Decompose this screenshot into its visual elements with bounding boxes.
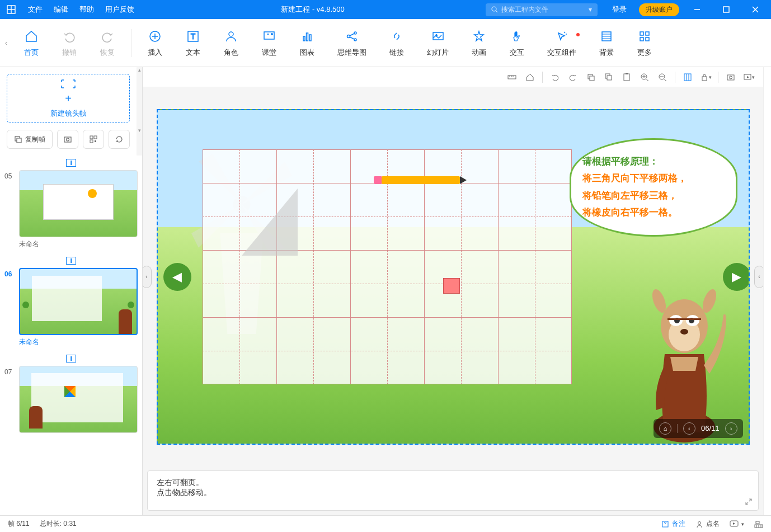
svg-rect-44 [90,140,93,143]
counter-prev-button[interactable]: ‹ [683,422,695,435]
text-icon: T [185,29,201,44]
menu-feedback[interactable]: 用户反馈 [100,4,140,15]
new-frame-button[interactable]: + 新建镜头帧 [7,74,130,123]
menu-edit[interactable]: 编辑 [48,4,74,15]
ribbon-animation[interactable]: 动画 [460,29,498,58]
play-screen-icon [730,520,739,528]
lock-tool[interactable]: ▾ [698,69,713,85]
canvas-viewport[interactable]: ‹ 请根据平移原理： 将三角尺向下平移两格， 将铅笔向左平移三格， [143,87,763,466]
menu-help[interactable]: 帮助 [74,4,100,15]
counter-next-button[interactable]: › [725,422,737,435]
remark-button[interactable]: 备注 [661,519,685,529]
left-scroll-indicator[interactable]: ▴ ▾ [137,67,142,156]
copy-frame-button[interactable]: 复制帧 [7,130,53,149]
grid-icon [637,29,652,44]
copy-tool[interactable] [601,69,617,85]
thumbnail-list[interactable]: 05 未命名 06 未命名 07 [0,156,142,515]
triangle-ruler-object[interactable] [242,189,298,256]
frame-separator[interactable] [4,351,138,366]
ribbon-home[interactable]: 首页 [12,29,50,58]
counter-home-icon[interactable]: ⌂ [659,422,671,435]
camera-button[interactable] [57,130,78,149]
ribbon-interact[interactable]: 交互 [498,29,536,58]
svg-rect-67 [727,75,734,80]
ribbon-background[interactable]: 背景 [587,29,626,58]
ribbon-insert[interactable]: 插入 [136,29,174,58]
thumbnail-05[interactable] [19,170,138,237]
hand-icon [509,29,525,44]
prev-slide-button[interactable]: ◀ [163,263,191,291]
cursor-sparkle-icon [554,29,570,44]
qr-button[interactable] [83,130,104,149]
svg-line-59 [646,79,648,81]
paste-tool[interactable] [619,69,634,85]
svg-rect-63 [684,74,691,81]
menu-file[interactable]: 文件 [22,4,48,15]
ribbon-widget[interactable]: 交互组件 [536,29,587,58]
collapse-right-handle[interactable]: ‹ [754,266,763,288]
window-title: 新建工程 - v4.8.500 [140,4,486,15]
svg-rect-43 [94,136,97,139]
maximize-button[interactable] [715,0,737,19]
pattern-icon [599,29,614,44]
thumbnail-07[interactable] [19,366,138,433]
ribbon-more[interactable]: 更多 [626,29,664,58]
ribbon-nav-back[interactable]: ‹ [0,19,12,67]
svg-text:T: T [191,32,196,41]
ribbon-text[interactable]: T 文本 [174,29,212,58]
thumbnail-06[interactable] [19,268,138,335]
ribbon-role[interactable]: 角色 [212,29,250,58]
timeline-button[interactable] [754,520,763,528]
ribbon-class[interactable]: 课堂 [250,29,288,58]
frame-separator[interactable] [4,253,138,268]
svg-rect-42 [90,136,93,139]
frame-separator[interactable] [4,156,138,170]
svg-rect-26 [433,32,443,40]
ribbon-mindmap[interactable]: 思维导图 [326,29,378,58]
zoom-out-tool[interactable] [655,69,670,85]
undo-tool[interactable] [547,69,563,85]
snapshot-tool[interactable] [723,69,739,85]
cut-tool[interactable] [583,69,599,85]
svg-point-79 [680,329,688,335]
preview-tool[interactable]: ▾ [741,69,756,85]
svg-rect-35 [646,32,649,35]
ribbon-link[interactable]: 链接 [378,29,416,58]
rollcall-button[interactable]: 点名 [695,519,720,529]
notes-panel[interactable]: 左右可翻页。 点击物品移动。 [147,470,759,511]
svg-point-14 [229,32,233,36]
ribbon-undo[interactable]: 撤销 [50,29,88,58]
qr-icon [89,135,98,144]
login-button[interactable]: 登录 [607,4,632,15]
person-icon [223,29,239,44]
upgrade-button[interactable]: 升级账户 [639,3,679,16]
ruler-tool[interactable] [504,69,520,85]
right-panel-collapsed[interactable] [763,67,771,515]
ribbon-slide[interactable]: 幻灯片 [416,29,460,58]
svg-line-4 [496,11,497,12]
pencil-object[interactable] [382,176,460,184]
copy-icon [14,135,22,143]
redo-tool[interactable] [565,69,581,85]
expand-notes-icon[interactable] [745,498,753,506]
ribbon-redo[interactable]: 恢复 [88,29,126,58]
search-input[interactable]: 搜索工程内文件 ▾ [486,3,598,16]
speech-bubble: 请根据平移原理： 将三角尺向下平移两格， 将铅笔向左平移三格， 将橡皮向右平移一… [570,138,737,237]
zoom-in-tool[interactable] [637,69,652,85]
svg-rect-37 [646,37,649,41]
refresh-button[interactable] [109,130,130,149]
play-button[interactable]: ▾ [730,520,744,528]
minimize-button[interactable] [686,0,708,19]
close-button[interactable] [744,0,767,19]
svg-point-21 [347,35,350,37]
svg-rect-36 [640,37,643,41]
collapse-left-handle[interactable]: ‹ [143,266,152,288]
ribbon-chart[interactable]: 图表 [288,29,326,58]
grid-toggle[interactable] [680,69,695,85]
eraser-object[interactable] [443,278,460,294]
slide-canvas[interactable]: 请根据平移原理： 将三角尺向下平移两格， 将铅笔向左平移三格， 将橡皮向右平移一… [157,109,750,445]
home-tool[interactable] [522,69,538,85]
thumb-number: 05 [4,170,16,237]
next-slide-button[interactable]: ▶ [723,263,750,291]
undo-icon [62,29,77,44]
